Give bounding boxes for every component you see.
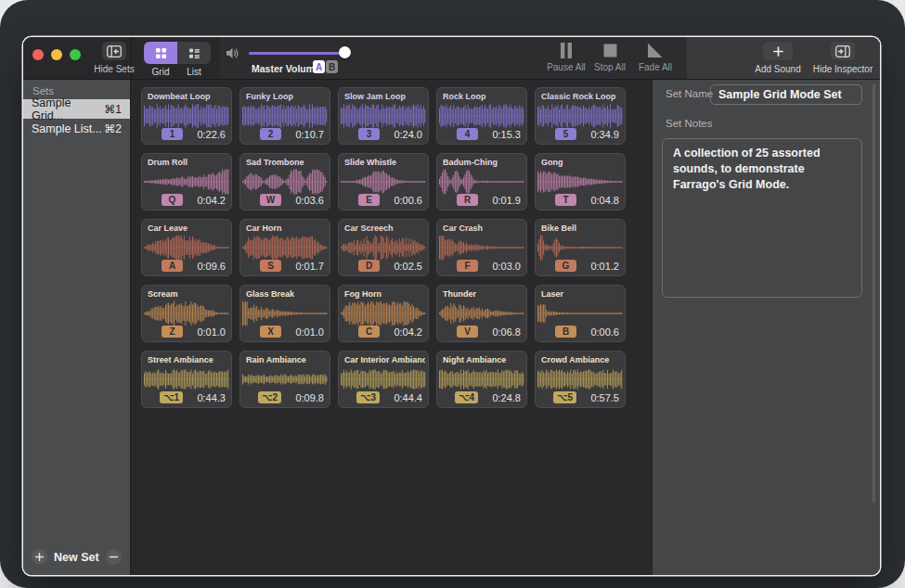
sound-tile[interactable]: Car LeaveA0:09.6 xyxy=(141,219,232,276)
sidebar-set-item[interactable]: Sample List...⌘2 xyxy=(23,119,130,138)
duration-label: 0:04.2 xyxy=(190,195,226,206)
sets-header: Sets xyxy=(32,85,130,96)
sound-tile[interactable]: Street Ambiance⌥10:44.3 xyxy=(141,351,232,408)
waveform xyxy=(439,300,524,327)
set-notes-field[interactable]: A collection of 25 assorted sounds, to d… xyxy=(662,138,862,298)
add-sound-label: Add Sound xyxy=(755,64,801,74)
view-mode-segmented xyxy=(144,42,211,64)
waveform xyxy=(537,168,623,196)
fade-icon xyxy=(648,43,663,58)
minus-icon xyxy=(110,553,118,561)
sound-tile-name: Fog Horn xyxy=(344,289,425,299)
sound-tile[interactable]: Classic Rock Loop50:34.9 xyxy=(535,87,626,145)
inspector-scrollbar[interactable] xyxy=(873,83,875,503)
waveform xyxy=(242,102,328,130)
list-label: List xyxy=(177,67,211,77)
waveform xyxy=(537,102,623,130)
sound-tile[interactable]: Funky Loop20:10.7 xyxy=(239,87,330,145)
app-window: Hide Sets Grid List xyxy=(23,37,880,575)
fade-all-button[interactable]: Fade All xyxy=(634,43,677,72)
zoom-button[interactable] xyxy=(70,49,81,60)
waveform xyxy=(537,365,623,393)
volume-knob[interactable] xyxy=(339,46,351,58)
duration-label: 0:34.9 xyxy=(584,129,619,140)
set-notes-label: Set Notes xyxy=(666,118,713,129)
set-name-label: Set Name xyxy=(666,88,713,99)
list-view-button[interactable] xyxy=(177,42,211,64)
inspector-panel: Set Name Set Notes A collection of 25 as… xyxy=(652,80,880,575)
sound-tile[interactable]: Car Interior Ambiance⌥30:44.4 xyxy=(338,351,429,408)
output-a-button[interactable]: A xyxy=(313,60,325,73)
sidebar-set-item[interactable]: Sample Grid...⌘1 xyxy=(23,99,130,119)
sound-tile[interactable]: Sad TromboneW0:03.6 xyxy=(239,153,330,211)
output-b-button[interactable]: B xyxy=(326,60,338,73)
sound-tile[interactable]: GongT0:04.8 xyxy=(535,153,626,211)
sound-grid-area: Downbeat Loop10:22.6Funky Loop20:10.7Slo… xyxy=(131,80,652,575)
waveform xyxy=(242,365,328,393)
key-badge: S xyxy=(260,260,281,272)
duration-label: 0:44.3 xyxy=(190,392,226,403)
sound-tile[interactable]: Crowd Ambiance⌥50:57.5 xyxy=(535,351,626,408)
hide-inspector-button[interactable]: Hide Inspector xyxy=(808,42,877,74)
grid-view-button[interactable] xyxy=(144,42,177,64)
sound-tile[interactable]: Car ScreechD0:02.5 xyxy=(338,219,429,276)
window-controls xyxy=(32,49,81,60)
sound-tile[interactable]: Drum RollQ0:04.2 xyxy=(141,153,232,211)
add-sound-button[interactable]: Add Sound xyxy=(752,42,804,74)
hide-inspector-label: Hide Inspector xyxy=(813,64,873,74)
sets-sidebar: Sets Sample Grid...⌘1Sample List...⌘2 Ne… xyxy=(23,80,131,575)
sound-tile[interactable]: Bike BellG0:01.2 xyxy=(535,219,626,276)
key-badge: ⌥3 xyxy=(356,391,380,403)
sound-tile[interactable]: Badum-ChingR0:01.9 xyxy=(436,153,527,211)
key-badge: W xyxy=(260,194,281,206)
sets-footer: New Set xyxy=(32,549,122,565)
remove-set-button[interactable] xyxy=(106,549,122,565)
sound-tile[interactable]: ScreamZ0:01.0 xyxy=(141,285,232,342)
output-selector: A B xyxy=(313,60,338,73)
key-badge: ⌥1 xyxy=(160,391,183,403)
key-badge: D xyxy=(358,260,380,272)
duration-label: 0:04.8 xyxy=(584,195,619,206)
sound-tile[interactable]: Night Ambiance⌥40:24.8 xyxy=(436,351,527,408)
sound-tile[interactable]: Car CrashF0:03.0 xyxy=(436,219,527,276)
waveform xyxy=(242,300,328,327)
duration-label: 0:01.9 xyxy=(485,195,521,206)
sound-tile-name: Badum-Ching xyxy=(443,158,524,167)
sound-tile[interactable]: Glass BreakX0:01.0 xyxy=(239,285,330,342)
sound-tile[interactable]: Fog HornC0:04.2 xyxy=(338,285,429,342)
sound-tile[interactable]: Car HornS0:01.7 xyxy=(239,219,330,276)
volume-track xyxy=(249,52,345,55)
close-button[interactable] xyxy=(32,49,44,60)
set-name-input[interactable] xyxy=(710,84,862,105)
key-badge: B xyxy=(555,326,576,338)
sound-tile[interactable]: Slide WhistleE0:00.6 xyxy=(338,153,429,211)
key-badge: 3 xyxy=(358,128,380,140)
minimize-button[interactable] xyxy=(51,49,62,60)
waveform xyxy=(341,300,426,327)
master-volume-slider[interactable] xyxy=(249,46,345,59)
set-item-shortcut: ⌘2 xyxy=(104,122,122,135)
sound-tile[interactable]: LaserB0:00.6 xyxy=(535,285,626,342)
stop-all-button[interactable]: Stop All xyxy=(589,43,630,72)
hide-sets-button[interactable]: Hide Sets xyxy=(90,42,138,74)
toolbar: Hide Sets Grid List xyxy=(23,37,880,80)
add-set-button[interactable] xyxy=(32,549,47,565)
sound-tile-name: Car Horn xyxy=(246,224,327,233)
duration-label: 0:06.8 xyxy=(485,326,521,338)
window-content: Sets Sample Grid...⌘1Sample List...⌘2 Ne… xyxy=(23,80,880,575)
waveform xyxy=(439,234,524,262)
speaker-icon xyxy=(226,47,241,59)
plus-icon xyxy=(35,553,44,561)
pause-all-button[interactable]: Pause All xyxy=(545,43,588,72)
sound-tile[interactable]: Slow Jam Loop30:24.0 xyxy=(338,87,429,145)
waveform xyxy=(439,168,524,196)
sound-tile[interactable]: Rain Ambiance⌥20:09.8 xyxy=(239,351,330,408)
sound-tile-name: Laser xyxy=(541,289,622,299)
hide-inspector-icon xyxy=(831,42,855,60)
sound-tile[interactable]: Downbeat Loop10:22.6 xyxy=(141,87,232,145)
sound-tile-name: Car Interior Ambiance xyxy=(344,355,425,364)
duration-label: 0:10.7 xyxy=(289,129,324,140)
sound-tile[interactable]: ThunderV0:06.8 xyxy=(436,285,527,342)
sound-tile[interactable]: Rock Loop40:15.3 xyxy=(436,87,527,145)
duration-label: 0:01.7 xyxy=(289,261,324,272)
